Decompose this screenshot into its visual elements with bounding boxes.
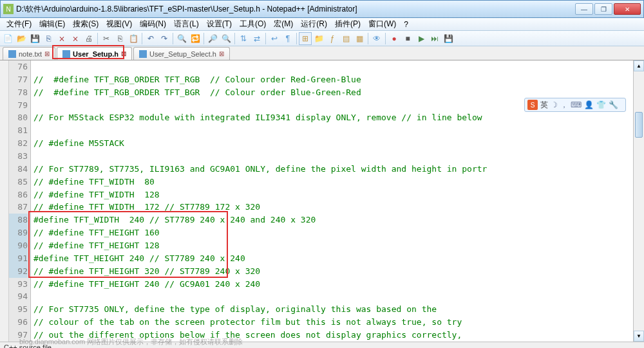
ime-shirt-icon[interactable]: 👕 (596, 100, 606, 109)
undo-icon[interactable]: ↶ (144, 32, 157, 45)
file-icon (139, 50, 147, 58)
menu-bar: 文件(F) 编辑(E) 搜索(S) 视图(V) 编码(N) 语言(L) 设置(T… (0, 18, 644, 31)
menu-file[interactable]: 文件(F) (3, 19, 35, 30)
record-icon[interactable]: ● (388, 32, 401, 45)
ime-toolbar[interactable]: S 英 ☽ ， ⌨ 👤 👕 🔧 (524, 98, 626, 112)
paste-icon[interactable]: 📋 (127, 32, 140, 45)
menu-run[interactable]: 运行(R) (297, 19, 331, 30)
menu-view[interactable]: 视图(V) (102, 19, 136, 30)
line-number-gutter: 7677787980818283848586878889909192939495… (9, 60, 31, 342)
window-titlebar: N D:\软件\Arduino\arduino-1.8.5\libraries\… (0, 0, 644, 18)
scroll-thumb[interactable] (635, 112, 643, 138)
new-file-icon[interactable]: 📄 (1, 32, 14, 45)
menu-help[interactable]: ? (400, 20, 412, 29)
ime-moon-icon[interactable]: ☽ (551, 100, 558, 109)
menu-edit[interactable]: 编辑(E) (35, 19, 69, 30)
stop-icon[interactable]: ■ (401, 32, 414, 45)
folder-icon[interactable]: 📁 (312, 32, 325, 45)
close-all-icon[interactable]: ⨯ (69, 32, 82, 45)
close-file-icon[interactable]: ⨯ (55, 32, 68, 45)
fold-column[interactable] (0, 60, 9, 342)
ime-lang[interactable]: 英 (540, 100, 548, 111)
scroll-up-icon[interactable]: ▲ (634, 60, 644, 71)
ime-wrench-icon[interactable]: 🔧 (609, 100, 618, 109)
doclist-icon[interactable]: ▦ (353, 32, 366, 45)
app-icon: N (3, 4, 14, 14)
tab-user-setup[interactable]: User_Setup.h⊠ (57, 47, 132, 60)
menu-macro[interactable]: 宏(M) (270, 19, 297, 30)
replace-icon[interactable]: 🔁 (189, 32, 202, 45)
tab-label: note.txt (19, 50, 42, 58)
minimize-button[interactable]: ― (575, 3, 593, 15)
tab-bar: note.txt⊠ User_Setup.h⊠ User_Setup_Selec… (0, 46, 644, 60)
window-title: D:\软件\Arduino\arduino-1.8.5\libraries\TF… (16, 4, 575, 15)
tab-close-icon[interactable]: ⊠ (219, 50, 224, 57)
maximize-button[interactable]: ❐ (594, 3, 612, 15)
playmulti-icon[interactable]: ⏭ (428, 32, 441, 45)
menu-lang[interactable]: 语言(L) (170, 19, 203, 30)
toolbar: 📄 📂 💾 ⎘ ⨯ ⨯ 🖨 ✂ ⎘ 📋 ↶ ↷ 🔍 🔁 🔎 🔍 ⇅ ⇄ ↩ ¶ … (0, 31, 644, 46)
watermark-text: blog.dianmoban.com 网络图片仅供展示，非存储，如有侵权请联系删… (19, 337, 243, 347)
ime-keyboard-icon[interactable]: ⌨ (571, 100, 582, 109)
tab-user-setup-select[interactable]: User_Setup_Select.h⊠ (133, 47, 230, 60)
save-icon[interactable]: 💾 (28, 32, 41, 45)
zoom-out-icon[interactable]: 🔍 (220, 32, 232, 45)
open-file-icon[interactable]: 📂 (15, 32, 28, 45)
menu-window[interactable]: 窗口(W) (365, 19, 400, 30)
tab-label: User_Setup.h (73, 50, 118, 58)
menu-encoding[interactable]: 编码(N) (136, 19, 170, 30)
ime-logo-icon[interactable]: S (527, 100, 538, 110)
sync-v-icon[interactable]: ⇅ (237, 32, 250, 45)
menu-settings[interactable]: 设置(T) (203, 19, 236, 30)
print-icon[interactable]: 🖨 (82, 32, 95, 45)
docmap-icon[interactable]: ▤ (339, 32, 352, 45)
funclist-icon[interactable]: ƒ (326, 32, 339, 45)
save-all-icon[interactable]: ⎘ (42, 32, 55, 45)
monitor-icon[interactable]: 👁 (370, 32, 383, 45)
copy-icon[interactable]: ⎘ (113, 32, 126, 45)
file-icon (8, 50, 16, 58)
close-button[interactable]: ✕ (614, 3, 641, 15)
ime-comma-icon[interactable]: ， (560, 100, 568, 111)
vertical-scrollbar[interactable]: ▲ ▼ (633, 60, 644, 342)
indent-guide-icon[interactable]: ⊞ (299, 32, 312, 45)
menu-search[interactable]: 搜索(S) (69, 19, 102, 30)
menu-tools[interactable]: 工具(O) (236, 19, 270, 30)
zoom-in-icon[interactable]: 🔎 (206, 32, 219, 45)
redo-icon[interactable]: ↷ (158, 32, 171, 45)
savemacro-icon[interactable]: 💾 (442, 32, 455, 45)
sync-h-icon[interactable]: ⇄ (251, 32, 263, 45)
wordwrap-icon[interactable]: ↩ (268, 32, 281, 45)
menu-plugins[interactable]: 插件(P) (331, 19, 365, 30)
tab-close-icon[interactable]: ⊠ (121, 50, 126, 57)
cut-icon[interactable]: ✂ (100, 32, 113, 45)
scroll-down-icon[interactable]: ▼ (634, 331, 644, 342)
tab-label: User_Setup_Select.h (149, 50, 216, 58)
ime-person-icon[interactable]: 👤 (584, 100, 594, 109)
find-icon[interactable]: 🔍 (175, 32, 188, 45)
play-icon[interactable]: ▶ (415, 32, 428, 45)
tab-close-icon[interactable]: ⊠ (44, 50, 50, 57)
file-icon (62, 50, 70, 58)
allchars-icon[interactable]: ¶ (281, 32, 294, 45)
tab-note[interactable]: note.txt⊠ (3, 47, 55, 60)
